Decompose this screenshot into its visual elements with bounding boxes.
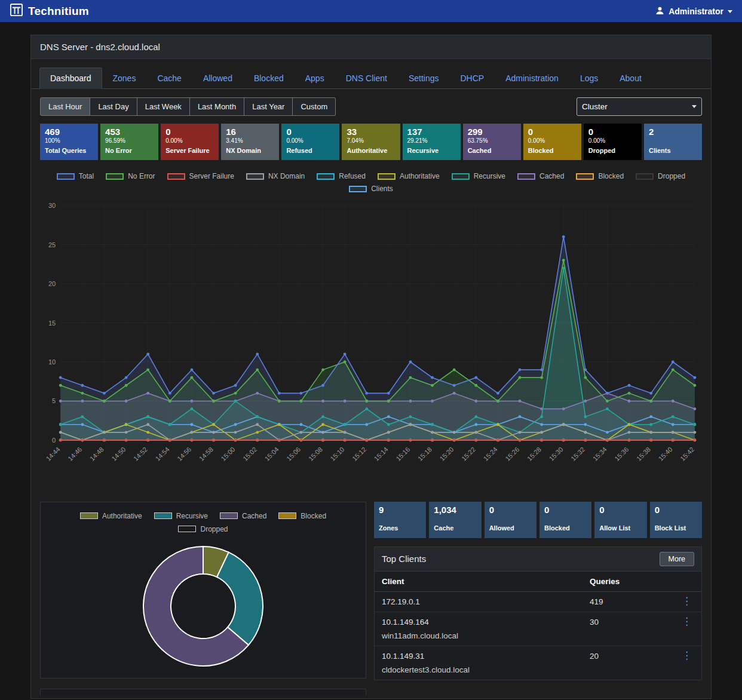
tab-apps[interactable]: Apps: [295, 67, 335, 89]
tab-about[interactable]: About: [609, 67, 652, 89]
stat-percent: 0.00%: [165, 137, 214, 145]
legend-swatch: [246, 173, 264, 180]
legend-swatch: [106, 173, 124, 180]
client-queries: 419: [582, 591, 672, 612]
top-clients-more-button[interactable]: More: [660, 552, 694, 566]
tab-blocked[interactable]: Blocked: [243, 67, 295, 89]
tab-zones[interactable]: Zones: [102, 67, 147, 89]
stat-value: 0: [286, 127, 335, 137]
legend-item-no-error[interactable]: No Error: [106, 172, 155, 180]
legend-item-clients[interactable]: Clients: [349, 185, 393, 193]
tab-dashboard[interactable]: Dashboard: [39, 67, 102, 89]
mini-label: Allow List: [599, 524, 642, 532]
row-menu-icon[interactable]: ⋮: [679, 618, 694, 626]
legend-swatch: [576, 173, 594, 180]
stat-percent: 0.00%: [286, 137, 335, 145]
chart-legend-row-1: Total No Error Server Failure NX Domain …: [31, 172, 711, 180]
legend-label: Clients: [371, 185, 393, 193]
svg-text:15:30: 15:30: [548, 446, 565, 462]
stat-value: 33: [347, 127, 395, 137]
legend-label: Server Failure: [189, 172, 234, 180]
legend-item-cached[interactable]: Cached: [517, 172, 564, 180]
legend-item-total[interactable]: Total: [57, 172, 94, 180]
svg-text:25: 25: [48, 241, 56, 248]
legend-item-blocked[interactable]: Blocked: [576, 172, 624, 180]
legend-item-authoritative[interactable]: Authoritative: [378, 172, 440, 180]
query-type-donut-panel: Authoritative Recursive Cached Blocked D…: [40, 502, 366, 678]
tab-dns-client[interactable]: DNS Client: [335, 67, 398, 89]
top-clients-title: Top Clients: [382, 554, 426, 564]
time-range-last-day[interactable]: Last Day: [90, 97, 137, 116]
user-menu[interactable]: Administrator: [655, 6, 732, 17]
stat-value: 0: [165, 127, 214, 137]
stat-label: Clients: [649, 147, 697, 154]
stat-value: 16: [226, 127, 274, 137]
stat-label: Recursive: [407, 147, 456, 154]
legend-item-recursive[interactable]: Recursive: [452, 172, 505, 180]
mini-tile-allow-list: 0 Allow List: [594, 502, 646, 538]
legend-item-server-failure[interactable]: Server Failure: [167, 172, 234, 180]
svg-text:15:34: 15:34: [591, 446, 608, 462]
main-container: DNS Server - dns2.cloud.local Dashboard …: [30, 35, 712, 699]
tab-logs[interactable]: Logs: [569, 67, 609, 89]
time-range-custom[interactable]: Custom: [293, 97, 336, 116]
legend-swatch: [154, 512, 172, 519]
legend-item-refused[interactable]: Refused: [317, 172, 366, 180]
cluster-select[interactable]: Cluster: [577, 97, 702, 116]
time-range-last-week[interactable]: Last Week: [137, 97, 190, 116]
stat-tile-no-error: 453 96.59% No Error: [100, 124, 158, 160]
stat-percent: 0.00%: [588, 137, 637, 145]
stat-tile-total-queries: 469 100% Total Queries: [40, 124, 98, 160]
time-range-last-hour[interactable]: Last Hour: [40, 97, 90, 116]
mini-tile-zones: 9 Zones: [374, 502, 426, 538]
svg-text:15: 15: [48, 320, 56, 327]
svg-text:20: 20: [48, 280, 56, 287]
brand-link[interactable]: Technitium: [10, 3, 89, 19]
svg-text:5: 5: [52, 397, 56, 404]
donut-legend-dropped[interactable]: Dropped: [178, 525, 228, 533]
technitium-logo-icon: [10, 3, 23, 19]
svg-text:15:02: 15:02: [241, 446, 258, 462]
legend-label: Refused: [339, 172, 366, 180]
stat-tile-refused: 0 0.00% Refused: [281, 124, 339, 160]
tab-administration[interactable]: Administration: [495, 67, 569, 89]
svg-text:15:24: 15:24: [482, 446, 499, 462]
cluster-select-wrap: Cluster: [577, 97, 702, 116]
stat-percent: 29.21%: [407, 137, 456, 145]
mini-value: 0: [544, 505, 587, 515]
mini-tile-cache: 1,034 Cache: [429, 502, 481, 538]
legend-swatch: [378, 173, 395, 180]
tab-allowed[interactable]: Allowed: [192, 67, 243, 89]
legend-swatch: [80, 512, 98, 519]
stat-percent: [649, 137, 697, 145]
svg-text:15:40: 15:40: [657, 446, 674, 462]
mini-stats-row: 9 Zones 1,034 Cache 0 Allowed 0 Blocked: [374, 502, 702, 538]
legend-item-nx-domain[interactable]: NX Domain: [246, 172, 305, 180]
dashboard-toolbar: Last Hour Last Day Last Week Last Month …: [31, 89, 711, 124]
time-range-last-month[interactable]: Last Month: [190, 97, 244, 116]
tab-dhcp[interactable]: DHCP: [450, 67, 495, 89]
row-menu-icon[interactable]: ⋮: [679, 652, 694, 660]
brand-title: Technitium: [28, 5, 89, 18]
stat-tile-server-failure: 0 0.00% Server Failure: [161, 124, 219, 160]
legend-label: Recursive: [176, 512, 208, 520]
donut-legend-recursive[interactable]: Recursive: [154, 512, 208, 520]
svg-text:15:42: 15:42: [679, 446, 695, 462]
partial-panel: [40, 689, 366, 696]
row-menu-icon[interactable]: ⋮: [679, 597, 694, 606]
mini-value: 1,034: [434, 505, 476, 515]
stat-label: NX Domain: [226, 147, 274, 154]
donut-legend-authoritative[interactable]: Authoritative: [80, 512, 142, 520]
svg-text:15:12: 15:12: [351, 446, 367, 462]
queries-line-chart-svg: 14:4414:4614:4814:5014:5214:5414:5614:58…: [40, 197, 702, 498]
tab-cache[interactable]: Cache: [146, 67, 192, 89]
tab-settings[interactable]: Settings: [398, 67, 450, 89]
legend-item-dropped[interactable]: Dropped: [636, 172, 685, 180]
donut-legend-cached[interactable]: Cached: [220, 512, 266, 520]
legend-label: Total: [79, 172, 94, 180]
time-range-last-year[interactable]: Last Year: [244, 97, 293, 116]
svg-text:14:52: 14:52: [132, 446, 149, 462]
mini-tile-blocked: 0 Blocked: [539, 502, 591, 538]
mini-label: Block List: [655, 524, 697, 532]
donut-legend-blocked[interactable]: Blocked: [278, 512, 326, 520]
